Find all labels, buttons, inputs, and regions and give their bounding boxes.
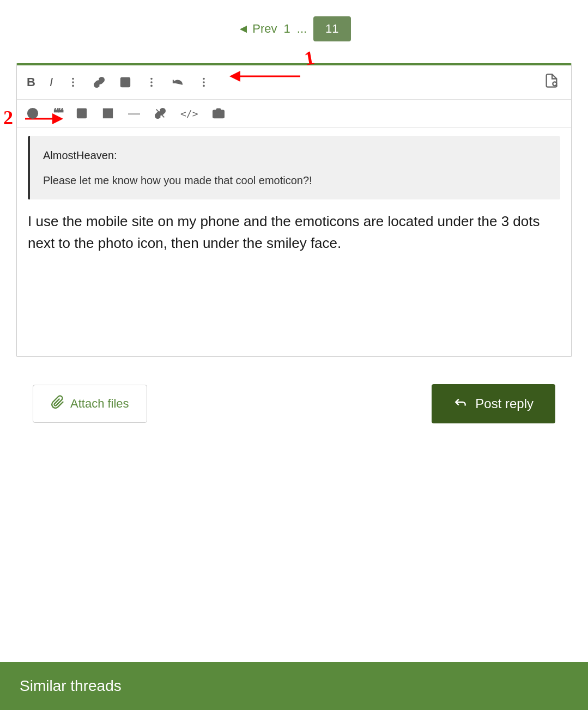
- emoji-button[interactable]: [25, 106, 41, 120]
- bold-button[interactable]: B: [25, 74, 38, 90]
- pagination: ◄ Prev 1 ... 11: [0, 0, 588, 52]
- pagination-dots: ...: [297, 22, 307, 36]
- image-button[interactable]: [117, 75, 134, 89]
- svg-point-7: [150, 85, 153, 87]
- reply-icon: [453, 395, 468, 412]
- similar-threads-bar: Similar threads: [0, 662, 588, 710]
- hr-button[interactable]: —: [126, 105, 142, 122]
- svg-point-5: [150, 78, 153, 80]
- svg-point-12: [203, 81, 205, 83]
- page-1-link[interactable]: 1: [284, 22, 290, 36]
- prev-page-link[interactable]: ◄ Prev: [237, 22, 277, 36]
- blockquote-author: AlmostHeaven:: [43, 147, 547, 163]
- code-button[interactable]: </>: [178, 107, 201, 120]
- toolbar-row1: B I 1: [17, 65, 571, 100]
- paperclip-icon: [51, 395, 65, 412]
- table-button[interactable]: [100, 106, 116, 120]
- svg-point-0: [72, 78, 74, 80]
- blockquote: AlmostHeaven: Please let me know how you…: [28, 136, 560, 199]
- svg-point-11: [203, 78, 205, 80]
- current-page: 11: [313, 16, 350, 41]
- svg-point-1: [72, 81, 74, 83]
- reply-text: I use the mobile site on my phone and th…: [28, 210, 560, 254]
- more-options-3-button[interactable]: [196, 75, 212, 89]
- post-reply-label: Post reply: [475, 396, 534, 411]
- more-options-1-button[interactable]: [65, 75, 81, 89]
- image2-button[interactable]: [74, 106, 90, 120]
- svg-point-18: [28, 108, 38, 118]
- blockquote-text: Please let me know how you made that coo…: [43, 172, 547, 189]
- svg-point-6: [150, 81, 153, 83]
- link-button[interactable]: [91, 75, 107, 89]
- more-options-2-button[interactable]: [143, 75, 160, 89]
- svg-point-4: [123, 80, 124, 81]
- svg-point-30: [216, 112, 220, 116]
- editor-container: B I 1: [16, 63, 572, 357]
- action-bar: Attach files Post reply: [16, 368, 572, 440]
- attach-files-label: Attach files: [70, 397, 129, 411]
- svg-point-22: [79, 111, 81, 112]
- files-button[interactable]: [539, 71, 563, 94]
- undo-button[interactable]: [169, 75, 186, 89]
- similar-threads-title: Similar threads: [20, 677, 568, 695]
- svg-text:2: 2: [3, 107, 13, 129]
- camera-button[interactable]: [210, 106, 227, 120]
- post-reply-button[interactable]: Post reply: [432, 384, 555, 423]
- unlink-button[interactable]: [152, 106, 168, 120]
- italic-button[interactable]: I: [47, 74, 55, 90]
- svg-marker-9: [229, 71, 240, 82]
- svg-point-2: [72, 85, 74, 87]
- quote-button[interactable]: ❝❝: [51, 105, 64, 122]
- svg-point-13: [203, 85, 205, 87]
- toolbar-row2: 2 ❝❝ — </>: [17, 100, 571, 128]
- attach-files-button[interactable]: Attach files: [33, 385, 147, 423]
- editor-content[interactable]: AlmostHeaven: Please let me know how you…: [17, 128, 571, 356]
- svg-rect-24: [104, 109, 113, 118]
- svg-point-14: [553, 82, 556, 86]
